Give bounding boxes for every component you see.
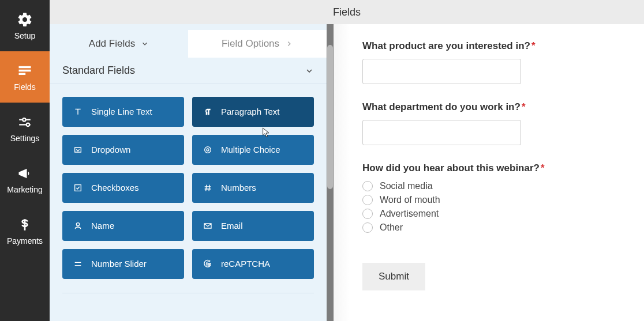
text-icon: [73, 107, 83, 117]
dropdown-icon: [73, 145, 83, 155]
field-chip-paragraph-text[interactable]: Paragraph Text: [192, 97, 314, 127]
field-palette: Add Fields Field Options Standard Fields…: [50, 24, 334, 321]
paragraph-icon: [203, 107, 213, 117]
radio-icon: [362, 209, 373, 219]
rail-marketing[interactable]: Marketing: [0, 154, 50, 205]
slider-icon: [73, 259, 83, 269]
radio-option[interactable]: Word of mouth: [362, 195, 613, 205]
envelope-icon: [203, 221, 213, 231]
chevron-down-icon: [305, 66, 314, 75]
field-label: What product are you interested in?*: [362, 40, 613, 52]
sliders-icon: [16, 114, 33, 131]
radio-option[interactable]: Other: [362, 222, 613, 233]
left-rail: Setup Fields Settings Marketing Payments: [0, 0, 50, 321]
field-chip-checkboxes[interactable]: Checkboxes: [62, 173, 184, 203]
field-label: What department do you work in?*: [362, 101, 613, 113]
rail-settings[interactable]: Settings: [0, 103, 50, 154]
user-icon: [73, 221, 83, 231]
field-chip-number-slider[interactable]: Number Slider: [62, 249, 184, 279]
page-title: Fields: [333, 6, 361, 18]
radio-icon: [362, 181, 373, 191]
scrollbar-thumb[interactable]: [327, 45, 333, 189]
dollar-icon: [16, 216, 33, 233]
field-chip-name[interactable]: Name: [62, 211, 184, 241]
rail-label: Marketing: [7, 185, 42, 194]
rail-payments[interactable]: Payments: [0, 205, 50, 256]
field-chip-dropdown[interactable]: Dropdown: [62, 135, 184, 165]
rail-fields[interactable]: Fields: [0, 51, 50, 103]
field-label: How did you hear about this webinar?*: [362, 163, 613, 174]
radio-icon: [362, 195, 373, 205]
section-standard-fields[interactable]: Standard Fields: [50, 58, 327, 84]
chevron-down-icon: [141, 40, 149, 48]
field-chip-single-line-text[interactable]: Single Line Text: [62, 97, 184, 127]
page-title-bar: Fields: [50, 0, 644, 24]
chevron-right-icon: [285, 40, 293, 48]
gear-icon: [16, 11, 33, 28]
tab-add-fields[interactable]: Add Fields: [50, 30, 188, 58]
rail-label: Payments: [7, 236, 43, 246]
svg-point-1: [27, 123, 29, 126]
check-icon: [73, 183, 83, 193]
svg-point-0: [23, 118, 25, 121]
bullhorn-icon: [16, 165, 33, 182]
radio-option[interactable]: Advertisement: [362, 209, 613, 219]
rail-setup[interactable]: Setup: [0, 0, 50, 51]
hash-icon: [203, 183, 213, 193]
rail-label: Setup: [14, 31, 36, 40]
rail-label: Fields: [14, 82, 35, 92]
field-chip-email[interactable]: Email: [192, 211, 314, 241]
field-chip-numbers[interactable]: Numbers: [192, 173, 314, 203]
rail-label: Settings: [10, 134, 40, 143]
tab-field-options[interactable]: Field Options: [188, 30, 327, 58]
field-chip-multiple-choice[interactable]: Multiple Choice: [192, 135, 314, 165]
form-preview: What product are you interested in?* Wha…: [334, 24, 644, 321]
field-chip-recaptcha[interactable]: reCAPTCHA: [192, 249, 314, 279]
radio-icon: [203, 145, 213, 155]
radio-icon: [362, 222, 373, 233]
text-input[interactable]: [362, 120, 521, 145]
submit-button[interactable]: Submit: [362, 263, 425, 290]
google-icon: [203, 259, 213, 269]
radio-option[interactable]: Social media: [362, 181, 613, 191]
text-input[interactable]: [362, 59, 521, 84]
form-icon: [16, 62, 33, 80]
